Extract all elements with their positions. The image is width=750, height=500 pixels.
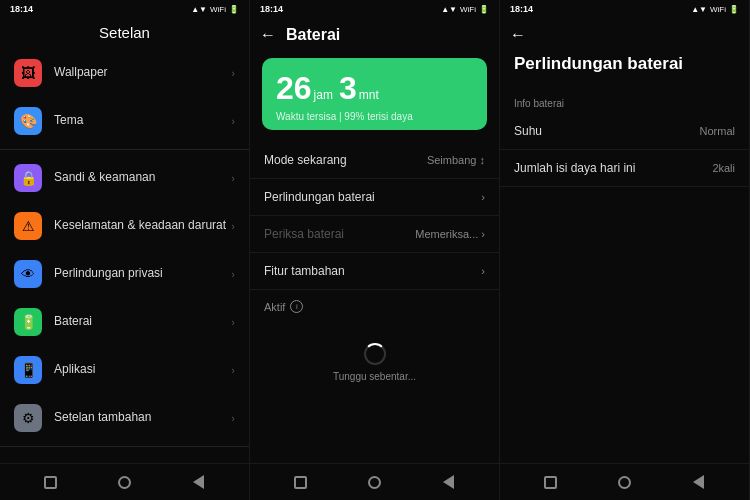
back-icon-3 bbox=[693, 475, 704, 489]
divider-2 bbox=[0, 446, 249, 447]
battery-menu: Mode sekarang Seimbang ↕ Perlindungan ba… bbox=[250, 138, 499, 463]
status-icons-3: ▲▼ WiFi 🔋 bbox=[691, 5, 739, 14]
isi-daya-label: Jumlah isi daya hari ini bbox=[514, 161, 635, 175]
setelan-tambahan-label: Setelan tambahan bbox=[54, 410, 231, 426]
fitur-label: Fitur tambahan bbox=[264, 264, 345, 278]
status-bar-1: 18:14 ▲▼ WiFi 🔋 bbox=[0, 0, 249, 18]
wifi-icon-1: WiFi bbox=[210, 5, 226, 14]
home-icon-2 bbox=[368, 476, 381, 489]
nav-recent-3[interactable] bbox=[541, 472, 561, 492]
time-2: 18:14 bbox=[260, 4, 283, 14]
settings-item-kesehatan[interactable]: 🌱 Kesehatan Digital & kontrol orang tua … bbox=[0, 451, 249, 463]
settings-list: 🖼 Wallpaper › 🎨 Tema › 🔒 Sandi & keamana… bbox=[0, 49, 249, 463]
time-3: 18:14 bbox=[510, 4, 533, 14]
wallpaper-icon: 🖼 bbox=[14, 59, 42, 87]
nav-recent-2[interactable] bbox=[291, 472, 311, 492]
baterai-label: Baterai bbox=[54, 314, 231, 330]
keselamatan-label: Keselamatan & keadaan darurat bbox=[54, 218, 231, 234]
fitur-chevron: › bbox=[481, 265, 485, 277]
time-1: 18:14 bbox=[10, 4, 33, 14]
protection-content: Info baterai Suhu Normal Jumlah isi daya… bbox=[500, 84, 749, 463]
settings-item-sandi[interactable]: 🔒 Sandi & keamanan › bbox=[0, 154, 249, 202]
settings-item-tema[interactable]: 🎨 Tema › bbox=[0, 97, 249, 145]
periksa-value: Memeriksa... › bbox=[415, 228, 485, 240]
baterai-icon: 🔋 bbox=[14, 308, 42, 336]
wifi-icon-3: WiFi bbox=[710, 5, 726, 14]
battery-card: 26 jam 3 mnt Waktu tersisa | 99% terisi … bbox=[262, 58, 487, 130]
battery-icon-1: 🔋 bbox=[229, 5, 239, 14]
info-row-suhu: Suhu Normal bbox=[500, 113, 749, 150]
back-icon-2 bbox=[443, 475, 454, 489]
battery-icon-2: 🔋 bbox=[479, 5, 489, 14]
signal-icon-2: ▲▼ bbox=[441, 5, 457, 14]
nav-recent-1[interactable] bbox=[41, 472, 61, 492]
nav-back-1[interactable] bbox=[188, 472, 208, 492]
status-bar-3: 18:14 ▲▼ WiFi 🔋 bbox=[500, 0, 749, 18]
settings-item-privasi[interactable]: 👁 Perlindungan privasi › bbox=[0, 250, 249, 298]
settings-title: Setelan bbox=[0, 18, 249, 49]
nav-home-3[interactable] bbox=[614, 472, 634, 492]
info-row-isi-daya: Jumlah isi daya hari ini 2kali bbox=[500, 150, 749, 187]
settings-item-wallpaper[interactable]: 🖼 Wallpaper › bbox=[0, 49, 249, 97]
nav-back-2[interactable] bbox=[438, 472, 458, 492]
recent-icon-2 bbox=[294, 476, 307, 489]
aktif-row: Aktif i bbox=[250, 290, 499, 323]
panel-settings: 18:14 ▲▼ WiFi 🔋 Setelan 🖼 Wallpaper › 🎨 … bbox=[0, 0, 250, 500]
status-icons-1: ▲▼ WiFi 🔋 bbox=[191, 5, 239, 14]
privasi-icon: 👁 bbox=[14, 260, 42, 288]
periksa-label: Periksa baterai bbox=[264, 227, 344, 241]
battery-subtext: Waktu tersisa | 99% terisi daya bbox=[276, 111, 473, 122]
wallpaper-label: Wallpaper bbox=[54, 65, 231, 81]
battery-icon-3: 🔋 bbox=[729, 5, 739, 14]
nav-back-3[interactable] bbox=[688, 472, 708, 492]
bottom-nav-1 bbox=[0, 463, 249, 500]
aplikasi-icon: 📱 bbox=[14, 356, 42, 384]
divider-1 bbox=[0, 149, 249, 150]
battery-header: ← Baterai bbox=[250, 18, 499, 50]
perlindungan-label: Perlindungan baterai bbox=[264, 190, 375, 204]
settings-item-aplikasi[interactable]: 📱 Aplikasi › bbox=[0, 346, 249, 394]
home-icon-1 bbox=[118, 476, 131, 489]
chevron-setelan-tambahan: › bbox=[231, 412, 235, 424]
battery-hours: 26 bbox=[276, 70, 312, 107]
status-bar-2: 18:14 ▲▼ WiFi 🔋 bbox=[250, 0, 499, 18]
battery-title: Baterai bbox=[286, 26, 340, 44]
settings-item-setelan-tambahan[interactable]: ⚙ Setelan tambahan › bbox=[0, 394, 249, 442]
perlindungan-chevron: › bbox=[481, 191, 485, 203]
loading-spinner bbox=[364, 343, 386, 365]
menu-mode-sekarang[interactable]: Mode sekarang Seimbang ↕ bbox=[250, 142, 499, 179]
menu-perlindungan[interactable]: Perlindungan baterai › bbox=[250, 179, 499, 216]
nav-home-1[interactable] bbox=[114, 472, 134, 492]
aktif-info-icon[interactable]: i bbox=[290, 300, 303, 313]
bottom-nav-2 bbox=[250, 463, 499, 500]
chevron-privasi: › bbox=[231, 268, 235, 280]
home-icon-3 bbox=[618, 476, 631, 489]
protection-title-area: Perlindungan baterai bbox=[500, 50, 749, 84]
chevron-tema: › bbox=[231, 115, 235, 127]
battery-time: 26 jam 3 mnt bbox=[276, 70, 473, 107]
menu-fitur[interactable]: Fitur tambahan › bbox=[250, 253, 499, 290]
back-icon-1 bbox=[193, 475, 204, 489]
back-button-2[interactable]: ← bbox=[260, 24, 282, 46]
loading-area: Tunggu sebentar... bbox=[250, 323, 499, 402]
privasi-label: Perlindungan privasi bbox=[54, 266, 231, 282]
recent-icon-3 bbox=[544, 476, 557, 489]
settings-item-keselamatan[interactable]: ⚠ Keselamatan & keadaan darurat › bbox=[0, 202, 249, 250]
tema-label: Tema bbox=[54, 113, 231, 129]
chevron-wallpaper: › bbox=[231, 67, 235, 79]
suhu-value: Normal bbox=[700, 125, 735, 137]
setelan-tambahan-icon: ⚙ bbox=[14, 404, 42, 432]
mode-label: Mode sekarang bbox=[264, 153, 347, 167]
nav-home-2[interactable] bbox=[364, 472, 384, 492]
back-button-3[interactable]: ← bbox=[510, 24, 532, 46]
sandi-label: Sandi & keamanan bbox=[54, 170, 231, 186]
keselamatan-icon: ⚠ bbox=[14, 212, 42, 240]
signal-icon-1: ▲▼ bbox=[191, 5, 207, 14]
menu-periksa[interactable]: Periksa baterai Memeriksa... › bbox=[250, 216, 499, 253]
battery-minutes: 3 bbox=[339, 70, 357, 107]
kesehatan-label: Kesehatan Digital & kontrol orang tua bbox=[54, 461, 231, 463]
chevron-keselamatan: › bbox=[231, 220, 235, 232]
isi-daya-value: 2kali bbox=[712, 162, 735, 174]
settings-item-baterai[interactable]: 🔋 Baterai › bbox=[0, 298, 249, 346]
wifi-icon-2: WiFi bbox=[460, 5, 476, 14]
